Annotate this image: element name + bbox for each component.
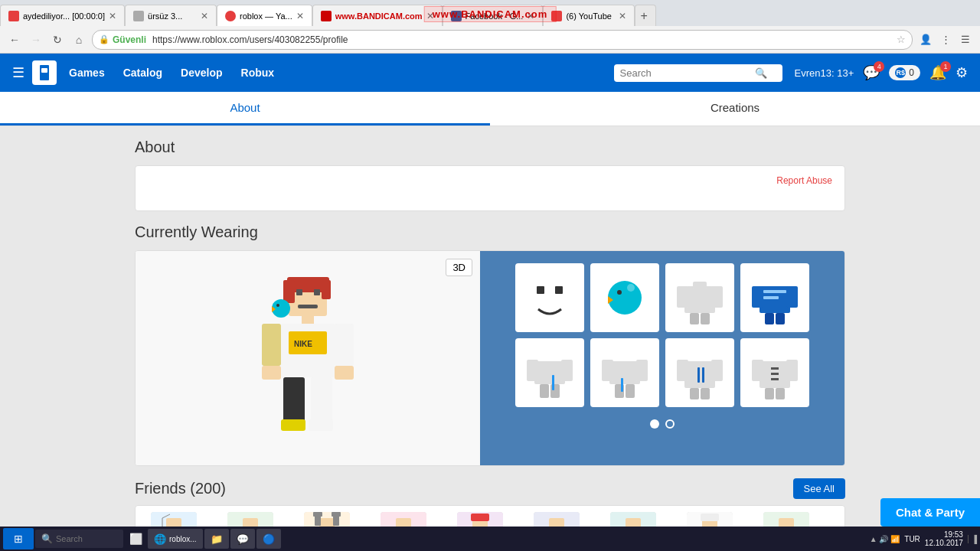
- robux-icon: R$: [895, 67, 906, 78]
- extensions-btn[interactable]: ⋮: [937, 31, 954, 48]
- svg-point-30: [617, 290, 622, 295]
- forward-button[interactable]: →: [28, 31, 44, 48]
- nav-catalog[interactable]: Catalog: [123, 67, 162, 79]
- see-all-button[interactable]: See All: [793, 478, 845, 499]
- browser-toolbar: ← → ↻ ⌂ 🔒 Güvenli https://www.roblox.com…: [0, 26, 980, 54]
- svg-rect-25: [537, 286, 544, 294]
- item-pants2[interactable]: [590, 338, 659, 407]
- tab-recording[interactable]: aydediliyor... [00:00:0] ✕: [0, 5, 125, 26]
- taskbar-search-input[interactable]: [56, 534, 117, 543]
- nav-right: Evren13: 13+ 💬 4 R$ 0 🔔 1 ⚙: [795, 64, 968, 81]
- taskbar-right: ▲ 🔊 📶 TUR 19:53 12.10.2017 ▐: [870, 530, 977, 547]
- menu-btn[interactable]: ☰: [957, 31, 974, 48]
- tab-roblox[interactable]: roblox — Ya... ✕: [217, 5, 312, 26]
- windows-icon: ⊞: [14, 533, 23, 545]
- address-bar[interactable]: 🔒 Güvenli https://www.roblox.com/users/4…: [92, 30, 913, 50]
- bookmark-icon[interactable]: ☆: [897, 34, 906, 45]
- svg-rect-99: [332, 512, 341, 517]
- svg-rect-98: [313, 512, 322, 517]
- secure-label: Güvenli: [113, 34, 146, 45]
- items-grid: [515, 263, 809, 407]
- start-button[interactable]: ⊞: [3, 528, 34, 549]
- tab-bandicam[interactable]: www.BANDICAM.com ✕: [312, 5, 443, 26]
- tab-facebook[interactable]: Facebook - G... ✕: [443, 5, 544, 26]
- tab-facebook-close[interactable]: ✕: [527, 11, 534, 21]
- taskbar-time-display: 19:53: [944, 530, 963, 539]
- taskbar-whatsapp[interactable]: 💬: [230, 529, 255, 549]
- item-outfit[interactable]: [740, 263, 809, 332]
- reload-button[interactable]: ↻: [49, 31, 66, 48]
- taskbar-clock: 19:53 12.10.2017: [925, 530, 963, 547]
- nav-links: Games Catalog Develop Robux: [69, 67, 614, 79]
- taskbar-explorer[interactable]: 📁: [204, 529, 229, 549]
- search-icon[interactable]: 🔍: [755, 67, 767, 79]
- svg-rect-41: [752, 286, 763, 308]
- tab-recording-close[interactable]: ✕: [109, 11, 116, 21]
- taskbar-search[interactable]: 🔍: [35, 530, 123, 548]
- svg-rect-1: [41, 68, 47, 73]
- show-desktop-btn[interactable]: ▐: [968, 535, 977, 543]
- back-button[interactable]: ←: [6, 31, 23, 48]
- pagination-dots: [650, 419, 675, 429]
- about-section: About Report Abuse: [0, 139, 980, 211]
- item-outfit-svg: [748, 271, 802, 324]
- svg-rect-66: [701, 388, 710, 399]
- search-bar[interactable]: 🔍: [614, 64, 782, 82]
- dot-1[interactable]: [650, 419, 659, 429]
- tab-youtube-close[interactable]: ✕: [619, 11, 626, 21]
- svg-rect-4: [283, 280, 295, 303]
- tab-roblox-close[interactable]: ✕: [296, 11, 304, 21]
- notifications-icon-btn[interactable]: 🔔 1: [929, 64, 946, 81]
- taskbar-misc[interactable]: 🔵: [256, 529, 281, 549]
- svg-rect-14: [335, 324, 354, 366]
- tab-youtube[interactable]: (6) YouTube ✕: [543, 5, 635, 26]
- svg-rect-7: [314, 289, 320, 295]
- svg-rect-49: [527, 360, 538, 381]
- notifications-badge: 1: [940, 61, 951, 72]
- tab-class[interactable]: ürsüz 3... ✕: [125, 5, 217, 26]
- svg-point-31: [627, 284, 635, 292]
- item-face[interactable]: [515, 263, 584, 332]
- tab-bandicam-close[interactable]: ✕: [426, 11, 434, 21]
- tab-class-close[interactable]: ✕: [201, 11, 208, 21]
- svg-rect-36: [693, 282, 707, 289]
- item-pants1[interactable]: [515, 338, 584, 407]
- tab-about[interactable]: About: [0, 92, 490, 126]
- svg-rect-74: [776, 388, 785, 399]
- svg-rect-57: [636, 360, 648, 381]
- report-abuse-link[interactable]: Report Abuse: [148, 175, 832, 186]
- item-bird[interactable]: [590, 263, 659, 332]
- svg-text:NIKE: NIKE: [294, 340, 312, 348]
- robux-badge[interactable]: R$ 0: [889, 65, 920, 80]
- 3d-button[interactable]: 3D: [446, 259, 472, 276]
- toolbar-right: 👤 ⋮ ☰: [917, 31, 974, 48]
- home-button[interactable]: ⌂: [70, 31, 87, 48]
- svg-rect-76: [771, 373, 779, 375]
- search-input[interactable]: [620, 67, 750, 79]
- taskbar-chrome[interactable]: 🌐 roblox...: [148, 529, 203, 549]
- hamburger-icon[interactable]: ☰: [12, 64, 24, 81]
- tab-creations[interactable]: Creations: [490, 92, 980, 126]
- tab-new[interactable]: +: [635, 5, 656, 26]
- svg-rect-77: [771, 378, 779, 380]
- taskbar: ⊞ 🔍 ⬜ 🌐 roblox... 📁 💬 🔵 ▲ 🔊 📶 TUR 19:53 …: [0, 527, 980, 551]
- messages-icon-btn[interactable]: 💬 4: [863, 64, 880, 81]
- wearing-title: Currently Wearing: [135, 223, 845, 241]
- taskbar-task-view[interactable]: ⬜: [125, 528, 146, 549]
- items-panel: [480, 251, 844, 465]
- tab-facebook-title: Facebook - G...: [466, 11, 524, 21]
- roblox-logo[interactable]: [32, 60, 57, 85]
- svg-rect-53: [552, 375, 554, 390]
- nav-develop[interactable]: Develop: [181, 67, 222, 79]
- nav-games[interactable]: Games: [69, 67, 105, 79]
- svg-rect-56: [602, 360, 613, 381]
- item-gear[interactable]: [740, 338, 809, 407]
- user-icon-btn[interactable]: 👤: [917, 31, 934, 48]
- item-accessory[interactable]: [665, 338, 734, 407]
- settings-icon-btn[interactable]: ⚙: [956, 64, 968, 81]
- item-shirt[interactable]: [665, 263, 734, 332]
- dot-2[interactable]: [665, 419, 675, 429]
- chat-party-bar[interactable]: Chat & Party: [880, 498, 980, 527]
- nav-robux[interactable]: Robux: [241, 67, 275, 79]
- svg-rect-16: [335, 366, 354, 380]
